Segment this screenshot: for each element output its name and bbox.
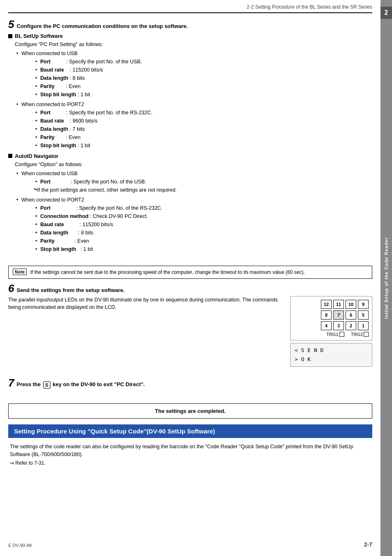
step6-right: 12 11 10 9 8 7 6 5 [290,296,372,367]
bl-usb-port: Port : Specify the port No. of the USB. [34,58,372,66]
step5-heading: 5 Configure the PC communication conditi… [8,19,372,30]
key-icon: S [43,381,51,389]
autoid-port2-stopbit: Stop bit length : 1 bit [34,245,372,253]
section-ref: ⇒ Refer to 7-31. [10,459,371,467]
header-text: 2-2 Setting Procedure of the BL Series a… [247,4,372,10]
step6-title: Send the settings from the setup softwar… [16,287,125,293]
autoid-port2-list: When connected to PORT2 Port : Specify t… [15,196,372,253]
section-title-bar: Setting Procedure Using "Quick Setup Cod… [8,424,372,438]
square-bullet-autoid [8,154,12,158]
right-sidebar-tab: 2 Initial Setup of the Code Reader [380,0,392,556]
autoid-port2-baud: Baud rate : 115200 bits/s [34,220,372,229]
autoid-usb-label: When connected to USB Port : Specify the… [15,169,372,194]
bl-setup-heading-text: BL SetUp Software [15,33,63,39]
led-12: 12 [321,300,332,309]
led-1: 1 [358,321,369,330]
section-body-text: The settings of the code reader can also… [10,443,371,459]
step6-block: 6 Send the settings from the setup softw… [8,283,372,371]
footer-left: E DV-90-IM [8,543,32,548]
page-header: 2-2 Setting Procedure of the BL Series a… [8,4,372,13]
trg1-label: TRG1 [326,332,344,337]
led-panel: 12 11 10 9 8 7 6 5 [290,296,372,341]
autoid-heading-text: AutoID Navigator [15,153,58,159]
bl-port2-label: When connected to PORT2 Port : Specify t… [15,100,372,150]
step5-number: 5 [8,19,14,30]
bl-usb-parity: Parity : Even [34,82,372,90]
bl-port2-port: Port : Specify the port No. of the RS-23… [34,109,372,117]
bl-usb-datalength: Data length : 8 bits [34,74,372,82]
step6-heading: 6 Send the settings from the setup softw… [8,283,372,294]
autoid-port2-label: When connected to PORT2 Port : Specify t… [15,196,372,253]
step5-block: 5 Configure the PC communication conditi… [8,19,372,255]
autoid-section: AutoID Navigator Configure "Option" as f… [8,153,372,253]
bl-usb-baud: Baud rate : 115200 bits/s [34,66,372,74]
square-bullet-bl [8,34,12,38]
trg2-checkbox [364,332,369,337]
step7-number: 7 [8,378,14,388]
step7-block: 7 Press the S key on the DV-90 to exit "… [8,378,372,392]
lcd-line-1: < S E N D [295,346,368,355]
completed-text: The settings are completed. [155,408,226,414]
led-10: 10 [346,300,356,309]
step7-title: Press the S key on the DV-90 to exit "PC… [16,381,145,389]
trg-row: TRG1 TRG2 [294,332,369,337]
tab-number: 2 [380,7,392,19]
autoid-usb-sub-list: Port : Specify the port No. of the USB. … [34,178,372,194]
sidebar-label: Initial Setup of the Code Reader [384,237,389,319]
completed-box: The settings are completed. [8,403,372,419]
step6-left: The parallel input/output LEDs on the DV… [8,296,284,367]
led-11: 11 [333,300,344,309]
bl-port2-stopbit: Stop bit length : 1 bit [34,141,372,150]
autoid-port2-parity: Parity : Even [34,237,372,245]
autoid-intro: Configure "Option" as follows: [15,161,372,169]
bl-usb-sub-list: Port : Specify the port No. of the USB. … [34,58,372,99]
autoid-port2-datalength: Data length : 8 bits [34,229,372,237]
bl-port2-parity: Parity : Even [34,133,372,141]
led-4: 4 [321,321,332,330]
step7-heading: 7 Press the S key on the DV-90 to exit "… [8,378,372,389]
note-label: Note [13,269,27,275]
autoid-port2-port: Port : Specify the port No. of the RS-23… [34,204,372,212]
bl-setup-intro: Configure "PC Port Setting" as follows: [15,41,372,49]
bl-setup-section: BL SetUp Software Configure "PC Port Set… [8,33,372,150]
bl-usb-stopbit: Stop bit length : 1 bit [34,90,372,99]
trg2-label: TRG2 [351,332,369,337]
autoid-port2-conn: Connection method : Check DV-90 PC Direc… [34,212,372,220]
autoid-heading: AutoID Navigator [8,153,372,159]
lcd-panel: < S E N D > O K [290,343,372,367]
led-6: 6 [346,310,356,320]
led-8: 8 [321,310,332,320]
section-title-text: Setting Procedure Using "Quick Setup Cod… [14,428,215,435]
footer-right: 2-7 [364,541,372,548]
bl-port2-sub-list: Port : Specify the port No. of the RS-23… [34,109,372,150]
autoid-port2-sub-list: Port : Specify the port No. of the RS-23… [34,204,372,253]
led-row-2: 8 7 6 5 [294,310,369,320]
step6-number: 6 [8,283,14,294]
page-footer: E DV-90-IM 2-7 [8,533,372,548]
led-row-3: 4 3 2 1 [294,321,369,330]
trg1-checkbox [339,332,344,337]
bl-setup-heading: BL SetUp Software [8,33,372,39]
step5-title: Configure the PC communication condition… [16,23,188,29]
bl-port2-baud: Baud rate : 9600 bits/s [34,117,372,125]
bl-port2-list: When connected to PORT2 Port : Specify t… [15,100,372,150]
bl-usb-list: When connected to USB Port : Specify the… [15,49,372,99]
lcd-line-2: > O K [295,355,368,364]
note-text: If the settings cannot be sent due to th… [30,269,304,276]
led-5: 5 [358,310,369,320]
led-7: 7 [333,310,344,320]
autoid-usb-port: Port : Specify the port No. of the USB. [34,178,372,186]
step6-content: The parallel input/output LEDs on the DV… [8,296,372,367]
bl-port2-datalength: Data length : 7 bits [34,125,372,133]
step6-body: The parallel input/output LEDs on the DV… [8,296,284,312]
autoid-usb-list: When connected to USB Port : Specify the… [15,169,372,194]
bl-usb-label: When connected to USB Port : Specify the… [15,49,372,99]
led-row-1: 12 11 10 9 [294,300,369,309]
led-3: 3 [333,321,344,330]
note-box: Note If the settings cannot be sent due … [8,266,372,279]
led-9: 9 [358,300,369,309]
section-body: The settings of the code reader can also… [8,443,372,468]
led-2: 2 [346,321,356,330]
autoid-usb-note: * If the port settings are correct, othe… [34,186,372,194]
